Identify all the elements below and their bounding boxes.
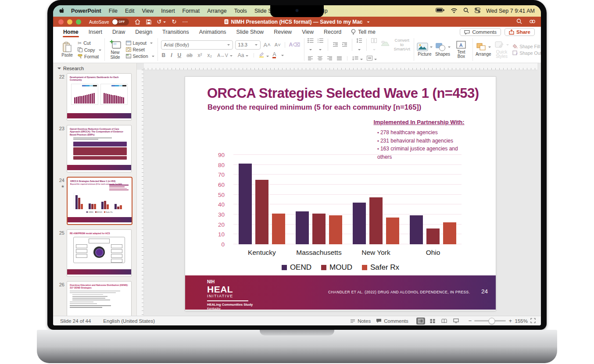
- shape-fill-button[interactable]: Shape Fill: [512, 44, 541, 49]
- slide-thumbnail-22[interactable]: Development of Dynamic Dashboards for Ea…: [67, 73, 132, 121]
- redo-icon[interactable]: ↻: [172, 19, 176, 25]
- normal-view-button[interactable]: [416, 318, 425, 325]
- convert-smartart-label[interactable]: Convert to SmartArt: [394, 38, 411, 51]
- tab-insert[interactable]: Insert: [88, 27, 103, 37]
- home-icon[interactable]: [135, 19, 140, 25]
- minimize-button[interactable]: [67, 19, 72, 25]
- bar-Safer-Rx-New York[interactable]: [386, 218, 399, 244]
- comments-toggle[interactable]: Comments: [376, 318, 408, 324]
- tab-draw[interactable]: Draw: [112, 27, 125, 37]
- increase-indent-button[interactable]: [342, 41, 347, 49]
- bar-OEND-New York[interactable]: [353, 203, 366, 244]
- tab-transitions[interactable]: Transitions: [162, 27, 190, 37]
- share-button[interactable]: Share: [505, 28, 535, 36]
- menu-item-arrange[interactable]: Arrange: [207, 8, 226, 14]
- justify-button[interactable]: [336, 54, 342, 62]
- highlight-color-button[interactable]: [258, 51, 269, 59]
- menu-item-insert[interactable]: Insert: [161, 8, 175, 14]
- zoom-slider-knob[interactable]: [489, 318, 495, 324]
- format-painter-button[interactable]: Format: [78, 54, 101, 59]
- text-direction-button[interactable]: [352, 54, 363, 62]
- zoom-slider[interactable]: [474, 320, 506, 321]
- menu-item-file[interactable]: File: [109, 8, 118, 14]
- tab-record[interactable]: Record: [323, 27, 342, 37]
- slideshow-view-button[interactable]: [452, 318, 461, 325]
- paste-button[interactable]: Paste: [60, 42, 75, 58]
- slide-sorter-view-button[interactable]: [428, 318, 437, 325]
- align-left-button[interactable]: [308, 54, 313, 62]
- notes-toggle[interactable]: Notes: [350, 318, 371, 324]
- copy-button[interactable]: Copy: [78, 47, 101, 53]
- slide-subtitle[interactable]: Beyond the required minimum (5 for each …: [208, 103, 421, 111]
- columns-button[interactable]: [371, 37, 377, 53]
- slide-thumbnail-26[interactable]: Overdose Education and Naloxone Distribu…: [67, 281, 132, 316]
- slide-thumbnail-24-selected[interactable]: ORCCA Strategies Selected Wave 1 (n=453)…: [67, 177, 132, 225]
- horizontal-ruler[interactable]: [144, 63, 537, 70]
- tab-home[interactable]: Home: [63, 27, 79, 37]
- bullets-button[interactable]: [308, 37, 314, 53]
- bar-Safer-Rx-Ohio[interactable]: [443, 222, 456, 244]
- bar-chart[interactable]: 0102030405060708090 KentuckyMassachusett…: [185, 149, 496, 285]
- zoom-percentage[interactable]: 155%: [515, 318, 528, 324]
- shape-outline-button[interactable]: Shape Outline: [512, 50, 541, 56]
- tab-slideshow[interactable]: Slide Show: [236, 27, 265, 37]
- menu-bar-clock[interactable]: Wed Sep 7 9:41 AM: [486, 8, 535, 14]
- apple-menu[interactable]: [59, 7, 65, 15]
- menu-item-app[interactable]: PowerPoint: [71, 8, 101, 14]
- font-size-select[interactable]: 13.3: [235, 40, 261, 50]
- line-spacing-button[interactable]: [356, 37, 362, 53]
- strikethrough-button[interactable]: ab: [186, 52, 193, 58]
- picture-button[interactable]: Picture: [417, 43, 432, 57]
- zoom-button[interactable]: [76, 19, 81, 25]
- save-icon[interactable]: [146, 19, 151, 25]
- slide-thumbnail-25[interactable]: RE-AIM/PRISM model adapted for HCS: [67, 229, 132, 277]
- control-center-icon[interactable]: [475, 7, 480, 14]
- bar-OEND-Massachusetts[interactable]: [296, 211, 309, 244]
- bar-MOUD-Massachusetts[interactable]: [312, 214, 326, 244]
- bar-Safer-Rx-Kentucky[interactable]: [272, 214, 285, 244]
- section-header[interactable]: Research: [53, 65, 136, 73]
- change-case-button[interactable]: Aa: [237, 52, 250, 58]
- undo-icon[interactable]: ↺: [157, 19, 166, 25]
- reset-button[interactable]: Reset: [126, 47, 154, 52]
- slide-thumbnail-23[interactable]: Opioid Overdose Reduction Continuum of C…: [67, 125, 132, 172]
- battery-icon[interactable]: [436, 8, 445, 14]
- quick-styles-button[interactable]: Quick Styles: [494, 40, 510, 59]
- menu-item-tools[interactable]: Tools: [234, 8, 247, 14]
- zoom-in-button[interactable]: +: [508, 318, 512, 324]
- tab-view[interactable]: View: [301, 27, 314, 37]
- layout-button[interactable]: Layout: [126, 40, 154, 46]
- coauthor-share-icon[interactable]: [529, 18, 536, 26]
- font-name-select[interactable]: Arial (Body): [161, 40, 233, 50]
- decrease-indent-button[interactable]: [333, 41, 338, 49]
- smartart-icon[interactable]: [380, 40, 390, 49]
- increase-font-size-button[interactable]: A˄: [263, 42, 272, 48]
- cut-button[interactable]: ✂Cut: [78, 40, 101, 46]
- arrange-button[interactable]: Arrange: [476, 43, 491, 57]
- wifi-icon[interactable]: [451, 8, 458, 14]
- align-right-button[interactable]: [327, 54, 333, 62]
- menu-item-edit[interactable]: Edit: [125, 8, 135, 14]
- align-text-button[interactable]: [367, 54, 377, 62]
- superscript-button[interactable]: x²: [197, 52, 203, 58]
- autosave-toggle[interactable]: OFF: [112, 18, 129, 25]
- more-commands-icon[interactable]: ⋯: [182, 19, 188, 25]
- menu-item-view[interactable]: View: [142, 8, 154, 14]
- close-button[interactable]: [58, 19, 64, 25]
- slide-title[interactable]: ORCCA Strategies Selected Wave 1 (n=453): [207, 86, 487, 101]
- tell-me-button[interactable]: Tell me: [351, 29, 376, 35]
- decrease-font-size-button[interactable]: A˅: [274, 42, 282, 47]
- tab-review[interactable]: Review: [273, 27, 292, 37]
- document-title-area[interactable]: NIMH Presentation (HCS format) — Saved t…: [224, 19, 369, 25]
- tab-design[interactable]: Design: [135, 27, 153, 37]
- bold-button[interactable]: B: [161, 52, 167, 58]
- subscript-button[interactable]: x₂: [207, 52, 213, 58]
- text-box-button[interactable]: A Text Box: [453, 40, 469, 59]
- bar-MOUD-New York[interactable]: [369, 197, 383, 244]
- font-color-button[interactable]: A: [272, 52, 276, 58]
- bar-OEND-Ohio[interactable]: [410, 215, 423, 244]
- character-spacing-button[interactable]: A↔V: [216, 53, 233, 58]
- italic-button[interactable]: I: [170, 52, 173, 58]
- comments-button[interactable]: Comments: [460, 28, 501, 36]
- reading-view-button[interactable]: [440, 318, 449, 325]
